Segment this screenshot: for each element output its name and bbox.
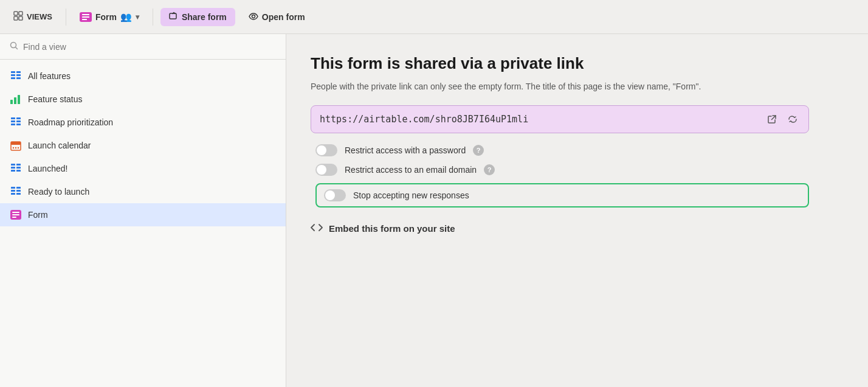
share-link-url[interactable]: https://airtable.com/shro8JB7I64uP1mli <box>320 114 759 125</box>
svg-rect-20 <box>16 117 21 119</box>
svg-rect-15 <box>16 77 21 79</box>
share-form-label: Share form <box>182 12 227 22</box>
embed-code-icon <box>311 222 323 235</box>
sidebar-item-label: Ready to launch <box>28 187 89 197</box>
sidebar-item-form[interactable]: Form <box>0 203 286 226</box>
embed-label: Embed this form on your site <box>329 223 455 234</box>
grid-icon <box>10 162 22 175</box>
svg-rect-4 <box>82 14 89 15</box>
open-form-label: Open form <box>262 12 305 22</box>
svg-rect-12 <box>11 74 15 76</box>
svg-rect-22 <box>16 120 21 122</box>
main-layout: All features Feature status <box>0 34 868 387</box>
topbar-separator <box>66 9 66 26</box>
svg-rect-6 <box>82 19 87 20</box>
svg-rect-16 <box>10 100 13 104</box>
toggle-section: Restrict access with a password ? Restri… <box>311 144 809 207</box>
search-input[interactable] <box>23 42 276 52</box>
svg-rect-33 <box>16 167 21 169</box>
panel-subtitle: People with the private link can only se… <box>311 80 736 93</box>
toggle-label-password: Restrict access with a password <box>345 145 466 155</box>
toggle-password[interactable] <box>315 144 337 156</box>
form-label: Form <box>95 12 117 22</box>
help-icon-email-domain[interactable]: ? <box>484 164 495 175</box>
svg-point-27 <box>13 147 14 148</box>
views-label: VIEWS <box>27 12 52 21</box>
svg-rect-17 <box>14 97 16 104</box>
svg-rect-37 <box>16 187 21 189</box>
sidebar-item-all-features[interactable]: All features <box>0 64 286 88</box>
open-form-button[interactable]: Open form <box>240 9 314 26</box>
open-link-icon[interactable] <box>765 112 779 127</box>
toggle-row-stop-responses: Stop accepting new responses <box>315 183 809 207</box>
svg-rect-13 <box>16 74 21 76</box>
svg-point-8 <box>252 15 255 18</box>
svg-rect-30 <box>11 164 15 166</box>
svg-rect-21 <box>11 120 15 122</box>
people-icon: 👥 <box>120 12 132 23</box>
eye-icon <box>249 12 258 22</box>
sidebar-item-label: Roadmap prioritization <box>28 117 113 127</box>
form-view-button[interactable]: Form 👥 ▾ <box>74 8 145 26</box>
toggle-stop-responses[interactable] <box>324 189 346 201</box>
link-actions <box>765 112 800 127</box>
embed-section[interactable]: Embed this form on your site <box>311 222 809 235</box>
svg-rect-32 <box>11 167 15 169</box>
sidebar-items-list: All features Feature status <box>0 60 286 387</box>
share-icon <box>169 12 178 23</box>
views-button[interactable]: VIEWS <box>7 7 58 26</box>
sidebar: All features Feature status <box>0 34 286 387</box>
sidebar-item-label: Form <box>28 210 48 220</box>
share-form-button[interactable]: Share form <box>160 8 235 26</box>
grid-icon <box>10 186 22 198</box>
svg-rect-7 <box>170 13 176 19</box>
svg-rect-26 <box>11 142 21 145</box>
sidebar-item-label: Feature status <box>28 94 83 104</box>
sidebar-item-roadmap[interactable]: Roadmap prioritization <box>0 111 286 134</box>
toggle-label-stop-responses: Stop accepting new responses <box>353 190 469 200</box>
search-icon <box>10 41 18 52</box>
svg-rect-3 <box>19 16 22 20</box>
chevron-down-icon: ▾ <box>136 13 139 21</box>
svg-rect-34 <box>11 170 15 172</box>
toggle-email-domain[interactable] <box>315 164 337 176</box>
svg-rect-23 <box>11 124 15 125</box>
right-panel: This form is shared via a private link P… <box>286 34 868 387</box>
svg-point-28 <box>15 147 16 148</box>
svg-rect-19 <box>11 117 15 119</box>
svg-rect-1 <box>19 12 22 15</box>
svg-rect-11 <box>16 71 21 73</box>
form-icon <box>10 209 22 221</box>
svg-rect-41 <box>16 193 21 195</box>
sidebar-item-ready-to-launch[interactable]: Ready to launch <box>0 180 286 203</box>
sidebar-item-launched[interactable]: Launched! <box>0 157 286 180</box>
svg-rect-40 <box>11 193 15 195</box>
svg-rect-0 <box>14 12 18 15</box>
topbar-separator-2 <box>153 9 153 26</box>
topbar: VIEWS Form 👥 ▾ Share form <box>0 0 868 34</box>
toggle-row-password: Restrict access with a password ? <box>315 144 809 156</box>
sidebar-item-launch-calendar[interactable]: Launch calendar <box>0 134 286 157</box>
help-icon-password[interactable]: ? <box>473 145 484 156</box>
refresh-link-icon[interactable] <box>785 112 800 127</box>
svg-rect-2 <box>14 16 18 20</box>
svg-rect-35 <box>16 170 21 172</box>
svg-rect-31 <box>16 164 21 166</box>
svg-rect-39 <box>16 190 21 192</box>
sidebar-search-area <box>0 34 286 60</box>
svg-rect-38 <box>11 190 15 192</box>
grid-icon <box>10 70 22 82</box>
form-icon <box>80 12 92 22</box>
grid-icon <box>10 116 22 128</box>
svg-rect-36 <box>11 187 15 189</box>
toggle-label-email-domain: Restrict access to an email domain <box>345 165 477 175</box>
svg-rect-14 <box>11 77 15 79</box>
sidebar-item-label: Launch calendar <box>28 141 91 150</box>
sidebar-item-label: All features <box>28 71 71 81</box>
toggle-row-email-domain: Restrict access to an email domain ? <box>315 164 809 176</box>
svg-rect-18 <box>18 95 20 104</box>
link-box: https://airtable.com/shro8JB7I64uP1mli <box>311 105 809 133</box>
panel-title: This form is shared via a private link <box>311 54 844 74</box>
svg-point-29 <box>18 147 19 148</box>
sidebar-item-feature-status[interactable]: Feature status <box>0 88 286 111</box>
